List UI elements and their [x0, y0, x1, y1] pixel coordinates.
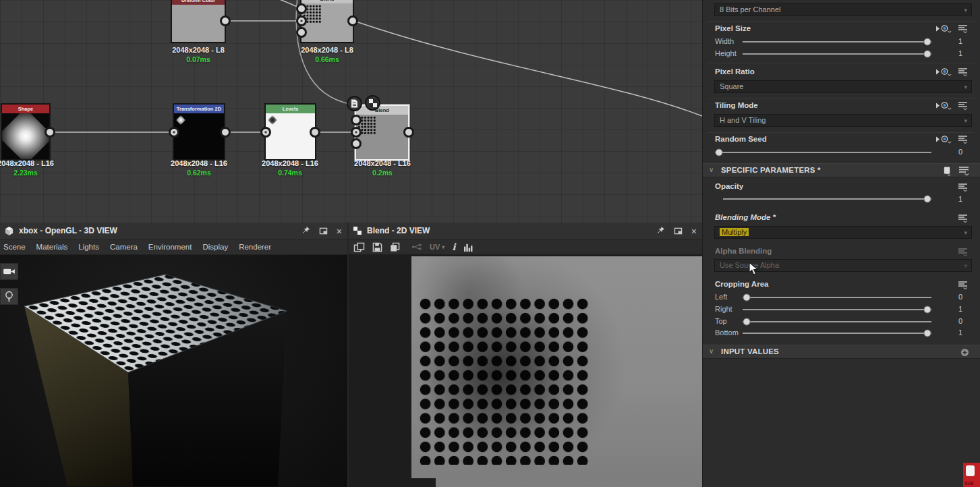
save-button[interactable]	[372, 242, 382, 252]
menu-scene[interactable]: Scene	[1, 241, 28, 252]
node-uniform-color[interactable]: Uniform Color	[171, 0, 226, 43]
properties-panel: 8 Bits per Channel Pixel Size Width 1 He…	[702, 0, 980, 487]
crop-bottom-slider[interactable]	[743, 333, 931, 334]
mini-diamond-thumbnail	[268, 115, 277, 125]
parameter-menu-icon	[958, 248, 968, 260]
node-cook-time: 0.74ms	[253, 169, 327, 177]
crop-left-handle[interactable]	[743, 294, 751, 302]
height-label: Height	[715, 49, 737, 57]
2d-view-titlebar[interactable]: Blend - 2D VIEW ×	[349, 223, 702, 239]
node-blend-top[interactable]: Blend	[300, 0, 354, 43]
menu-display[interactable]: Display	[200, 241, 230, 252]
subscribe-text: SUB	[964, 481, 974, 486]
node-action-document-button[interactable]	[347, 96, 362, 111]
3d-viewport[interactable]	[0, 255, 347, 487]
menu-renderer[interactable]: Renderer	[237, 241, 273, 252]
checker-icon	[353, 226, 362, 235]
node-resolution-label: 2048x2048 - L16	[345, 159, 420, 167]
node-transformation-2d[interactable]: Transformation 2D	[173, 103, 225, 161]
width-label: Width	[715, 37, 734, 45]
parameter-menu-icon[interactable]	[958, 183, 968, 195]
uv-mode-dropdown[interactable]: UV ▾	[430, 243, 444, 251]
close-icon[interactable]: ×	[337, 227, 342, 236]
maximize-icon[interactable]	[674, 225, 683, 237]
specific-parameters-section[interactable]: ∨ SPECIFIC PARAMETERS *	[703, 163, 980, 177]
menu-materials[interactable]: Materials	[34, 241, 70, 252]
pixel-size-label: Pixel Size	[715, 24, 751, 32]
node-shape[interactable]: Shape	[1, 103, 51, 161]
parameter-menu-icon[interactable]	[958, 67, 968, 80]
node-blend-selected[interactable]: Blend	[355, 105, 409, 161]
blending-mode-dropdown[interactable]: Multiply	[714, 226, 972, 239]
info-button[interactable]: i	[452, 241, 455, 252]
node-resolution-label: 2048x2048 - L16	[253, 159, 327, 167]
preset-icon[interactable]	[943, 166, 952, 179]
expose-parameter-icon[interactable]	[935, 24, 952, 36]
crop-top-handle[interactable]	[743, 318, 751, 326]
parameter-menu-icon[interactable]	[958, 281, 968, 293]
height-slider-handle[interactable]	[924, 51, 931, 58]
chevron-down-icon: ▾	[442, 244, 444, 250]
node-levels[interactable]: Levels	[264, 103, 316, 161]
node-cook-time: 2.23ms	[0, 169, 63, 177]
expose-parameter-icon[interactable]	[935, 67, 952, 80]
crop-left-slider[interactable]	[743, 297, 931, 298]
node-title: Transformation 2D	[174, 105, 224, 113]
link-graph-icon[interactable]	[411, 243, 422, 251]
menu-camera[interactable]: Camera	[108, 241, 140, 252]
specific-parameters-title: SPECIFIC PARAMETERS *	[721, 166, 821, 174]
play-shape	[966, 465, 975, 476]
crop-right-slider[interactable]	[743, 309, 931, 310]
crop-top-slider[interactable]	[743, 321, 931, 322]
expose-parameter-icon[interactable]	[935, 101, 952, 113]
blend-texture-preview	[411, 256, 702, 487]
histogram-button[interactable]	[463, 243, 473, 252]
random-seed-slider-handle[interactable]	[716, 149, 723, 156]
parameter-menu-icon[interactable]	[958, 166, 969, 179]
node-caption: 2048x2048 - L16 2.23ms	[0, 159, 63, 177]
compare-views-button[interactable]	[353, 242, 365, 252]
random-seed-label: Random Seed	[715, 135, 767, 143]
add-input-value-icon[interactable]	[960, 347, 969, 360]
light-tool-button[interactable]	[0, 288, 18, 305]
node-resolution-label: 2048x2048 - L16	[0, 159, 63, 167]
opacity-slider[interactable]	[723, 198, 931, 200]
output-format-dropdown[interactable]: 8 Bits per Channel	[714, 3, 972, 16]
3d-view-titlebar[interactable]: xbox - OpenGL - 3D VIEW ×	[0, 223, 347, 239]
crop-bottom-handle[interactable]	[924, 330, 931, 337]
opacity-value: 1	[948, 195, 962, 203]
lightbulb-icon	[5, 291, 13, 302]
tiling-mode-dropdown[interactable]: H and V Tiling	[714, 114, 972, 127]
copy-button[interactable]	[390, 242, 400, 252]
maximize-icon[interactable]	[319, 225, 328, 237]
pin-icon[interactable]	[301, 225, 310, 237]
output-format-value: 8 Bits per Channel	[720, 5, 781, 13]
parameter-menu-icon[interactable]	[958, 135, 968, 147]
subscribe-overlay-badge[interactable]: SUB	[963, 463, 980, 487]
parameter-menu-icon[interactable]	[958, 24, 968, 36]
width-slider-handle[interactable]	[924, 38, 931, 46]
expose-parameter-icon[interactable]	[935, 135, 952, 147]
width-value: 1	[948, 37, 962, 45]
dots-thumbnail	[357, 116, 376, 134]
shape-pyramid-thumbnail	[2, 113, 49, 159]
crop-right-handle[interactable]	[924, 306, 931, 314]
pixel-ratio-dropdown[interactable]: Square	[714, 80, 972, 93]
parameter-menu-icon[interactable]	[958, 214, 968, 226]
input-values-section[interactable]: ∨ INPUT VALUES	[703, 345, 980, 359]
height-slider[interactable]	[743, 53, 931, 55]
node-graph-canvas[interactable]: Uniform Color 2048x2048 - L8 0.07ms Blen…	[0, 0, 702, 223]
opacity-slider-handle[interactable]	[924, 196, 931, 203]
random-seed-value: 0	[948, 148, 962, 156]
width-slider[interactable]	[743, 41, 931, 42]
menu-lights[interactable]: Lights	[76, 241, 101, 252]
random-seed-slider[interactable]	[715, 152, 931, 153]
close-icon[interactable]: ×	[691, 227, 697, 236]
crop-right-label: Right	[715, 305, 732, 313]
menu-environment[interactable]: Environment	[146, 241, 194, 252]
parameter-menu-icon[interactable]	[958, 101, 968, 113]
pin-icon[interactable]	[656, 225, 665, 237]
camera-tool-button[interactable]	[0, 263, 18, 280]
2d-viewport[interactable]	[349, 255, 702, 487]
node-action-checker-button[interactable]	[365, 95, 380, 111]
